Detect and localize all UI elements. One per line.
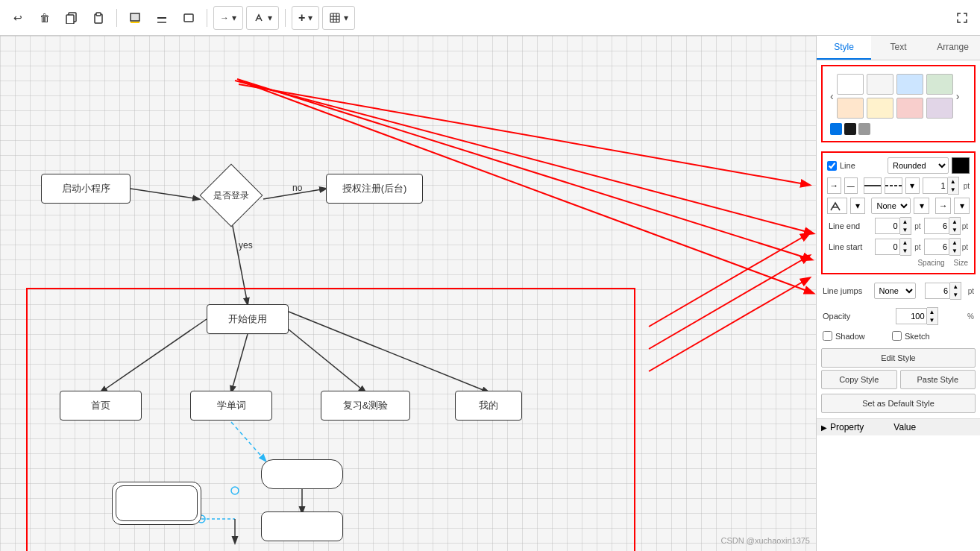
canvas-area[interactable]: no yes 启动小程序 [0, 36, 816, 551]
waypoint-button[interactable]: ▾ [246, 6, 279, 30]
waypoint-down-btn[interactable]: ▾ [850, 198, 866, 214]
node-start[interactable]: 启动小程序 [41, 174, 131, 204]
line-dashed-btn[interactable] [885, 177, 902, 194]
node-mine-label: 我的 [479, 399, 498, 412]
node-login-diamond[interactable]: 是否登录 [199, 176, 263, 215]
svg-rect-1 [66, 15, 74, 24]
tab-style[interactable]: Style [817, 36, 871, 60]
set-default-style-button[interactable]: Set as Default Style [821, 394, 976, 413]
line-end-input2[interactable] [924, 218, 949, 234]
line-end-up2[interactable]: ▲ [949, 218, 960, 226]
node-begin[interactable]: 开始使用 [207, 304, 289, 334]
line-jumps-input[interactable] [925, 283, 950, 299]
delete-button[interactable]: 🗑 [33, 6, 57, 30]
line-width-input[interactable] [923, 177, 948, 194]
swatch-7[interactable] [926, 98, 953, 119]
paste-style-button[interactable]: Paste Style [900, 370, 976, 389]
line-label: Line [840, 161, 885, 170]
sketch-checkbox[interactable] [892, 331, 902, 341]
table-dropdown-icon: ▾ [344, 13, 348, 23]
line-checkbox[interactable] [827, 161, 837, 171]
opacity-label: Opacity [823, 312, 867, 321]
line-arrow-select-btn[interactable]: ▾ [905, 177, 920, 194]
arrow-end-btn[interactable]: → [935, 198, 951, 214]
none-down-btn[interactable]: ▾ [914, 198, 929, 214]
tab-arrange[interactable]: Arrange [926, 36, 980, 60]
property-header[interactable]: ▶ Property Value [817, 418, 980, 435]
insert-button[interactable]: + ▾ [292, 6, 319, 30]
arrow-start-btn[interactable]: → [827, 177, 841, 194]
line-end-unit1: pt [914, 222, 920, 230]
spacing-label: Spacing [917, 259, 944, 267]
line-end-input1[interactable] [875, 218, 900, 234]
swatch-6[interactable] [896, 98, 923, 119]
line-color-button[interactable] [150, 6, 174, 30]
svg-rect-3 [96, 13, 101, 16]
svg-line-30 [649, 278, 809, 371]
copy-style-button[interactable]: Copy Style [821, 370, 897, 389]
line-end-label: Line end [829, 221, 873, 230]
color-black[interactable] [844, 123, 856, 135]
line-width-down[interactable]: ▼ [948, 186, 958, 194]
line-width-spinner: ▲ ▼ [923, 177, 959, 195]
swatch-2[interactable] [896, 74, 923, 95]
shape-button[interactable] [177, 6, 201, 30]
edit-style-button[interactable]: Edit Style [821, 348, 976, 368]
line-start-up1[interactable]: ▲ [900, 239, 911, 247]
arrow-end-down-btn[interactable]: ▾ [954, 198, 970, 214]
fill-color-button[interactable] [123, 6, 147, 30]
color-blue[interactable] [830, 123, 842, 135]
swatch-5[interactable] [867, 98, 893, 119]
line-end-up1[interactable]: ▲ [900, 218, 911, 226]
line-style-select[interactable]: Rounded Sharp Curved [888, 157, 949, 174]
node-login-label: 是否登录 [199, 176, 263, 215]
property-arrow-icon: ▶ [821, 424, 827, 432]
line-end-spinbtns2: ▲ ▼ [949, 217, 961, 235]
opacity-input[interactable] [896, 308, 927, 324]
none-select[interactable]: None Arc Gap [871, 198, 911, 214]
swatch-4[interactable] [837, 98, 864, 119]
line-width-up[interactable]: ▲ [948, 177, 958, 186]
waypoint-btn[interactable] [827, 198, 847, 214]
node-review[interactable]: 复习&测验 [321, 391, 410, 421]
line-start-up2[interactable]: ▲ [949, 239, 960, 247]
node-mine[interactable]: 我的 [455, 391, 522, 421]
node-auth[interactable]: 授权注册(后台) [326, 174, 423, 204]
expand-button[interactable] [950, 6, 974, 30]
paste-button[interactable] [87, 6, 110, 30]
node-vocab[interactable]: 学单词 [190, 391, 272, 421]
node-empty3[interactable] [261, 511, 343, 541]
line-end-down2[interactable]: ▼ [949, 226, 960, 234]
line-start-down2[interactable]: ▼ [949, 247, 960, 255]
line-start-input2[interactable] [924, 239, 949, 255]
opacity-up[interactable]: ▲ [927, 308, 937, 316]
swatches-next-btn[interactable]: › [953, 89, 963, 104]
swatch-3[interactable] [926, 74, 953, 95]
swatch-1[interactable] [867, 74, 893, 95]
svg-text:no: no [292, 183, 303, 193]
tab-text[interactable]: Text [871, 36, 926, 60]
line-start-input1[interactable] [875, 239, 900, 255]
arrow-button[interactable]: → ▾ [213, 6, 243, 30]
copy-paste-style-row: Copy Style Paste Style [821, 370, 976, 391]
node-empty1[interactable] [261, 459, 343, 489]
node-home[interactable]: 首页 [60, 391, 142, 421]
shadow-checkbox[interactable] [823, 331, 832, 341]
line-color-swatch[interactable] [952, 157, 970, 174]
line-start-down1[interactable]: ▼ [900, 247, 911, 255]
line-solid-btn[interactable] [864, 177, 882, 194]
table-button[interactable]: ▾ [322, 6, 355, 30]
color-gray[interactable] [858, 123, 870, 135]
arrow-row-1: → — ▾ ▲ ▼ pt [827, 177, 970, 195]
undo-button[interactable]: ↩ [6, 6, 30, 30]
swatches-prev-btn[interactable]: ‹ [827, 89, 837, 104]
line-jumps-down[interactable]: ▼ [950, 291, 961, 299]
opacity-down[interactable]: ▼ [927, 316, 937, 324]
line-jumps-select[interactable]: None Arc Gap Sharp [874, 283, 916, 299]
node-empty2[interactable] [112, 482, 201, 525]
line-end-down1[interactable]: ▼ [900, 226, 911, 234]
swatch-0[interactable] [837, 74, 864, 95]
arrow-no-start-btn[interactable]: — [844, 177, 858, 194]
line-jumps-up[interactable]: ▲ [950, 283, 961, 291]
copy-button[interactable] [60, 6, 84, 30]
